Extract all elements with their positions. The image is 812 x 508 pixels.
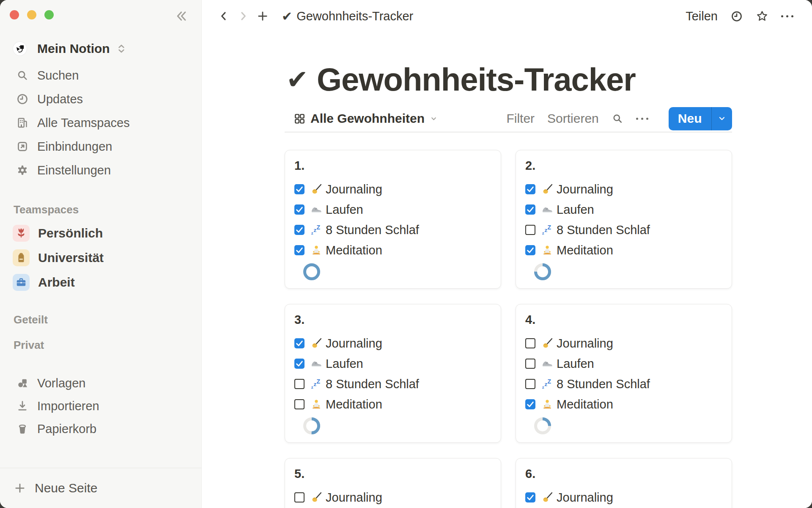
private-section-header[interactable]: Privat (14, 339, 44, 352)
habit-row: Meditation (525, 394, 723, 414)
habit-card-5[interactable]: 5. Journaling (285, 458, 501, 508)
teamspace-avatar (13, 274, 30, 291)
nav-forward-button[interactable] (237, 10, 250, 22)
sidebar-collapse-button[interactable] (172, 7, 190, 25)
zzz-icon (310, 378, 322, 390)
habit-checkbox[interactable] (294, 492, 304, 502)
favorite-button[interactable] (756, 10, 768, 22)
window-zoom-button[interactable] (44, 10, 54, 19)
chevron-left-icon (217, 10, 230, 22)
habit-checkbox[interactable] (525, 399, 535, 409)
habit-checkbox[interactable] (294, 245, 304, 255)
new-tab-button[interactable] (256, 10, 269, 22)
habit-label: Meditation (326, 398, 382, 411)
embed-icon (16, 140, 29, 153)
habit-card-1[interactable]: 1. Journaling Laufen 8 Stunden Schlaf (285, 150, 501, 289)
page-check-icon[interactable]: ✔ (286, 66, 308, 93)
writing-hand-icon (541, 183, 553, 195)
habit-card-3[interactable]: 3. Journaling Laufen 8 Stunden Schlaf (285, 304, 501, 443)
habit-checkbox[interactable] (525, 379, 535, 389)
habit-label: Meditation (557, 243, 613, 257)
breadcrumb[interactable]: ✔ Gewohnheits-Tracker (282, 9, 413, 24)
habit-card-4[interactable]: 4. Journaling Laufen 8 Stunden Schlaf (516, 304, 732, 443)
workspace-name: Mein Notion (37, 41, 110, 56)
sort-button[interactable]: Sortieren (547, 111, 599, 126)
habit-card-6[interactable]: 6. Journaling (516, 458, 732, 508)
teamspace-item-pers-nlich[interactable]: Persönlich (0, 221, 201, 246)
teamspace-item-arbeit[interactable]: Arbeit (0, 270, 201, 295)
habit-checkbox[interactable] (525, 492, 535, 502)
habit-label: Laufen (326, 203, 363, 217)
checkmark-icon (526, 493, 535, 502)
page-title[interactable]: ✔ Gewohnheits-Tracker (286, 61, 636, 98)
sidebar-item-vorlagen[interactable]: Vorlagen (0, 372, 201, 395)
workspace-switcher[interactable]: Mein Notion (8, 39, 193, 58)
new-entry-dropdown-button[interactable] (712, 107, 732, 130)
habit-rows: Journaling Laufen 8 Stunden Schlaf Medit… (525, 179, 723, 260)
habit-row: Meditation (294, 394, 492, 414)
habit-checkbox[interactable] (294, 184, 304, 194)
topbar: ✔ Gewohnheits-Tracker Teilen (202, 0, 812, 32)
writing-hand-icon (541, 491, 553, 503)
toolbar-divider (285, 132, 732, 133)
double-chevron-left-icon (174, 9, 188, 23)
teamspaces-section-header[interactable]: Teamspaces (14, 203, 79, 216)
habit-checkbox[interactable] (294, 225, 304, 235)
progress-ring (302, 416, 321, 436)
collection-search-button[interactable] (612, 113, 623, 124)
zzz-icon (310, 224, 322, 236)
gallery-grid-icon (294, 113, 305, 124)
sidebar-item-papierkorb[interactable]: Papierkorb (0, 417, 201, 440)
shoe-icon (541, 358, 553, 370)
notion-window: Mein Notion Suchen Updates Alle Teamspac… (0, 0, 812, 508)
teamspace-item-universit-t[interactable]: Universität (0, 246, 201, 270)
habit-label: Meditation (326, 243, 382, 257)
habit-checkbox[interactable] (294, 204, 304, 215)
habit-checkbox[interactable] (525, 184, 535, 194)
habit-checkbox[interactable] (525, 204, 535, 215)
chevron-up-down-icon (117, 43, 126, 54)
window-close-button[interactable] (10, 10, 19, 19)
sidebar-nav: Suchen Updates Alle Teamspaces Einbindun… (0, 64, 201, 182)
habit-checkbox[interactable] (525, 338, 535, 348)
window-minimize-button[interactable] (27, 10, 36, 19)
collection-more-button[interactable] (636, 118, 648, 120)
nav-back-button[interactable] (217, 10, 230, 22)
habit-checkbox[interactable] (294, 399, 304, 409)
sidebar-item-updates[interactable]: Updates (0, 87, 201, 111)
tulip-icon (15, 227, 27, 240)
checkmark-icon (295, 246, 304, 255)
plus-icon (256, 9, 269, 23)
page-more-button[interactable] (781, 15, 793, 17)
new-page-button[interactable]: Neue Seite (0, 468, 201, 508)
habit-checkbox[interactable] (525, 225, 535, 235)
writing-hand-icon (310, 337, 322, 349)
gear-icon (16, 164, 29, 177)
sidebar-item-einbindungen[interactable]: Einbindungen (0, 135, 201, 158)
sidebar-item-einstellungen[interactable]: Einstellungen (0, 158, 201, 182)
sidebar-item-suchen[interactable]: Suchen (0, 64, 201, 87)
habit-label: Laufen (557, 357, 594, 371)
topbar-left: ✔ Gewohnheits-Tracker (217, 9, 413, 24)
updates-button[interactable] (730, 10, 743, 22)
habit-checkbox[interactable] (294, 338, 304, 348)
habit-row: Laufen (294, 199, 492, 220)
habit-checkbox[interactable] (294, 379, 304, 389)
habit-rows: Journaling Laufen 8 Stunden Schlaf Medit… (294, 333, 492, 414)
habit-checkbox[interactable] (525, 359, 535, 369)
view-label: Alle Gewohnheiten (310, 111, 425, 126)
templates-icon (16, 377, 29, 389)
habit-checkbox[interactable] (294, 359, 304, 369)
habit-checkbox[interactable] (525, 245, 535, 255)
sidebar-item-alle-teamspaces[interactable]: Alle Teamspaces (0, 111, 201, 135)
card-number: 2. (525, 158, 723, 173)
sidebar-item-importieren[interactable]: Importieren (0, 395, 201, 417)
habit-rows: Journaling (525, 487, 723, 508)
habit-card-2[interactable]: 2. Journaling Laufen 8 Stunden Schlaf (516, 150, 732, 289)
share-button[interactable]: Teilen (686, 9, 718, 23)
shared-section-header[interactable]: Geteilt (14, 313, 48, 326)
new-entry-button[interactable]: Neu (669, 107, 711, 130)
view-tab-alle-gewohnheiten[interactable]: Alle Gewohnheiten (285, 111, 438, 126)
filter-button[interactable]: Filter (506, 111, 535, 126)
checkmark-icon (526, 246, 535, 255)
